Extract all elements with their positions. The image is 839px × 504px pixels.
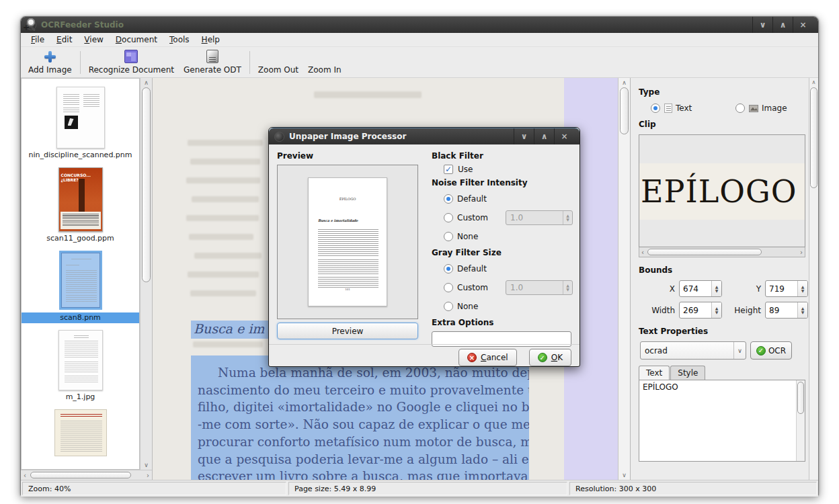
list-item-selected[interactable]: scan8.pnm [22,251,139,323]
canvas-vertical-scrollbar[interactable]: ∧ ∨ [618,78,630,480]
y-spinbox[interactable]: 719 ▲▼ [765,280,808,297]
scroll-down-icon[interactable]: ∨ [141,462,152,468]
zoom-in-button[interactable]: + Zoom In [303,64,346,75]
thumbnail-label: nin_discipline_scanned.pnm [22,151,139,159]
list-item[interactable]: CONCURSO... ¿LIBRE? scan11_good.ppm [22,167,139,243]
scroll-left-icon[interactable]: ‹ [641,247,644,257]
scroll-up-icon[interactable]: ∧ [618,79,630,86]
ocr-button[interactable]: ✓ OCR [750,341,792,360]
dialog-separator [269,344,580,345]
menu-edit[interactable]: Edit [50,34,78,46]
noise-none-radio[interactable]: None [444,229,573,244]
toolbar-separator [249,51,250,74]
zoom-out-button[interactable]: − Zoom Out [253,64,303,75]
list-item[interactable]: nin_discipline_scanned.pnm [22,87,139,159]
sidebar-horizontal-scrollbar[interactable]: ‹ › [21,470,152,480]
ocr-region-paragraph[interactable]: Numa bela manhã de sol, em 2003, não mui… [191,355,529,480]
scrollbar-thumb[interactable] [647,249,762,255]
scroll-down-icon[interactable]: ∨ [618,472,630,478]
scroll-right-icon[interactable]: › [800,247,803,257]
radio-icon [444,194,453,204]
type-text-radio[interactable]: Text [651,103,723,113]
list-item[interactable] [22,409,139,456]
clip-preview: EPÍLOGO [639,134,805,247]
window-title: OCRFeeder Studio [41,20,124,30]
noise-custom-radio[interactable]: Custom 1.0 ▲▼ [444,210,573,225]
noise-filter-heading: Noise Filter Intensity [432,178,573,187]
height-spinbox[interactable]: 89 ▲▼ [765,302,808,319]
recognize-document-button[interactable]: Recognize Document [84,48,179,75]
list-item[interactable]: m_1.jpg [22,330,139,401]
clip-horizontal-scrollbar[interactable]: ‹ › [639,247,805,257]
scroll-left-icon[interactable]: ‹ [24,470,26,480]
panel-vertical-scrollbar[interactable]: ∧ [809,78,818,480]
menu-file[interactable]: File [25,34,50,46]
recognized-text-area[interactable]: EPÍLOGO [639,380,796,461]
scroll-right-icon[interactable]: › [147,470,149,480]
type-heading: Type [639,87,803,97]
document-text-line: procurar conforto metafísico num motor d… [198,433,529,451]
ocr-region-heading[interactable]: Busca e im [191,321,272,339]
add-image-button[interactable]: Add Image [24,48,77,75]
menubar: File Edit View Document Tools Help [21,33,818,47]
minimize-icon[interactable]: ∨ [514,128,534,144]
close-icon[interactable]: × [554,128,574,144]
close-icon[interactable]: × [793,17,813,33]
spinner-arrows-icon[interactable]: ▲▼ [711,281,721,296]
cancel-button[interactable]: × Cancel [458,349,517,366]
main-titlebar: OCRFeeder Studio ∨ ∧ × [21,17,818,33]
album-cover-thumb [65,116,78,129]
scrollbar-thumb[interactable] [797,382,804,414]
spinner-arrows-icon[interactable]: ▲▼ [797,281,807,296]
document-text-line: nascimento do meu terceiro e muito prova… [198,382,529,399]
thumbnail-label: m_1.jpg [22,392,139,401]
menu-help[interactable]: Help [196,34,226,46]
type-image-radio[interactable]: Image [735,103,787,113]
width-spinbox[interactable]: 269 ▲▼ [679,302,722,319]
gray-default-radio[interactable]: Default [444,261,573,276]
scrollbar-thumb[interactable] [810,87,817,188]
page-size-status: Page size: 5.49 x 8.99 [288,482,567,495]
clip-heading: Clip [639,120,803,129]
scrollbar-thumb[interactable] [620,87,629,134]
document-text-line: filho, digitei «imortalidade» no Google … [198,398,529,416]
maximize-icon[interactable]: ∧ [772,17,793,33]
spinner-arrows-icon[interactable]: ▲▼ [797,302,807,318]
scroll-up-icon[interactable]: ∧ [809,79,818,85]
menu-document[interactable]: Document [110,34,163,46]
tab-text[interactable]: Text [639,366,670,380]
preview-button[interactable]: Preview [277,323,418,339]
tab-style[interactable]: Style [670,366,705,380]
extra-options-heading: Extra Options [432,318,573,327]
radio-icon [651,103,660,113]
menu-tools[interactable]: Tools [163,34,196,46]
ok-icon: ✓ [538,353,547,362]
scrollbar-thumb[interactable] [30,472,131,478]
use-checkbox-row[interactable]: ✓ Use [444,165,573,174]
zoom-in-icon: + [22,17,36,32]
pages-sidebar: nin_discipline_scanned.pnm CONCURSO... ¿… [21,78,153,480]
generate-odt-button[interactable]: Generate ODT [179,48,246,75]
maximize-icon[interactable]: ∧ [534,128,554,144]
width-label: Width [643,306,675,315]
textarea-vertical-scrollbar[interactable] [796,380,805,461]
unpaper-dialog: Unpaper Image Processor ∨ ∧ × Preview EP… [268,127,580,367]
scroll-up-icon[interactable]: ∧ [141,79,152,86]
spinner-arrows-icon[interactable]: ▲▼ [711,302,721,318]
x-spinbox[interactable]: 674 ▲▼ [679,280,722,297]
minimize-icon[interactable]: ∨ [752,17,772,33]
menu-view[interactable]: View [78,34,109,46]
x-label: X [643,284,675,294]
scrollbar-thumb[interactable] [142,87,151,282]
chevron-down-icon: ∨ [733,342,746,359]
use-label: Use [458,165,473,174]
checkbox-checked-icon[interactable]: ✓ [444,165,453,174]
clip-text-image: EPÍLOGO [639,173,797,210]
ocr-engine-select[interactable]: ocrad ∨ [640,341,746,360]
gray-custom-radio[interactable]: Custom 1.0 ▲▼ [444,280,573,295]
sidebar-vertical-scrollbar[interactable]: ∧ ∨ [140,78,152,470]
ok-button[interactable]: ✓ OK [529,349,571,366]
noise-default-radio[interactable]: Default [444,192,573,206]
gray-none-radio[interactable]: None [444,299,573,314]
image-type-icon [749,105,758,112]
